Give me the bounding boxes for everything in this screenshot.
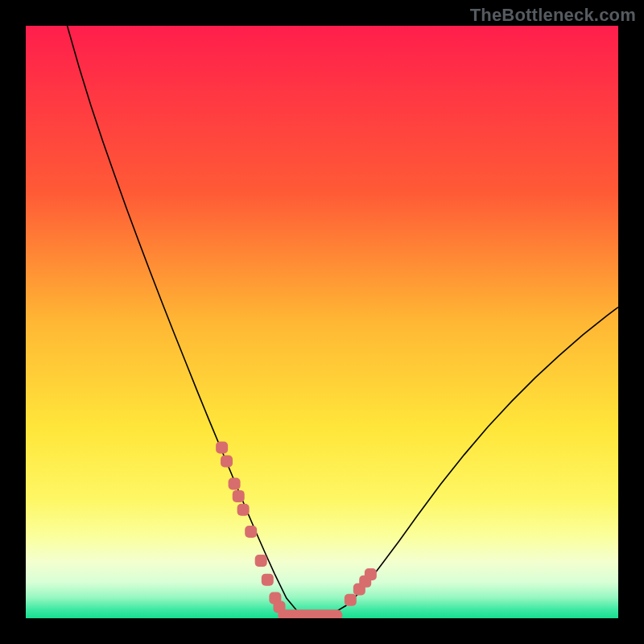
marker-highlight-left (262, 574, 274, 586)
marker-highlight-left (237, 504, 250, 516)
marker-highlight-right (365, 568, 377, 580)
marker-highlight-left (255, 555, 267, 567)
watermark-text: TheBottleneck.com (470, 5, 636, 26)
marker-highlight-left (229, 477, 241, 489)
plot-background (26, 26, 618, 618)
marker-highlight-left (233, 490, 245, 502)
chart-container: TheBottleneck.com (0, 0, 644, 644)
marker-highlight-right (345, 594, 357, 606)
marker-highlight-left (221, 455, 233, 467)
marker-highlight-left (216, 442, 228, 454)
chart-canvas (0, 0, 644, 644)
marker-highlight-left (245, 526, 257, 538)
